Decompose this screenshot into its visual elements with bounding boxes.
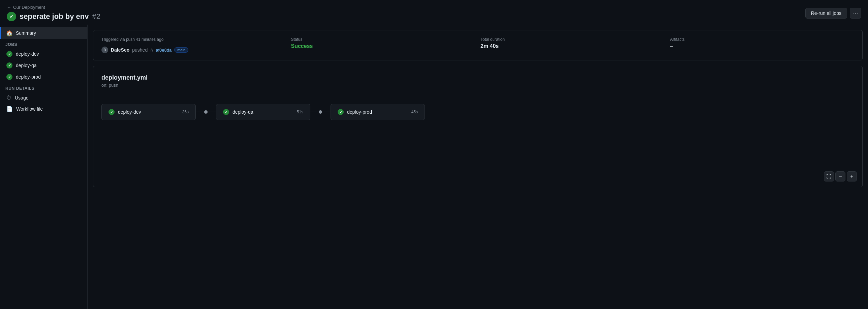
artifacts-label: Artifacts [670,37,855,42]
deploy-dev-status-icon [6,51,12,57]
trigger-text: Triggered via push 41 minutes ago [101,37,286,42]
sidebar-item-deploy-prod[interactable]: deploy-prod [0,71,87,83]
deploy-qa-node-icon [223,109,229,115]
jobs-section-label: Jobs [0,39,87,48]
usage-icon: ⏱ [6,95,11,101]
run-number: #2 [92,12,100,21]
zoom-in-button[interactable]: + [847,171,857,181]
run-info-panel: Triggered via push 41 minutes ago D Dale… [93,30,863,60]
sidebar-item-workflow-file[interactable]: 📄 Workflow file [0,103,87,115]
deploy-qa-status-icon [6,62,12,68]
fullscreen-button[interactable] [824,171,834,181]
deploy-dev-label: deploy-dev [16,51,39,57]
workflow-graph: deploy-dev 36s deploy-qa [101,99,854,125]
back-label: Our Deployment [13,5,45,10]
deploy-prod-duration: 45s [411,110,418,114]
sidebar: 🏠 Summary Jobs deploy-dev deploy-qa depl… [0,25,88,309]
job-node-deploy-qa[interactable]: deploy-qa 51s [216,104,310,120]
run-status-icon [7,12,16,21]
duration-label: Total duration [480,37,665,42]
deploy-prod-node-icon [338,109,344,115]
duration-meta: Total duration 2m 40s [480,37,665,49]
deploy-qa-node-label: deploy-qa [232,109,253,115]
status-value: Success [291,43,475,49]
deploy-qa-label: deploy-qa [16,63,37,68]
duration-value: 2m 40s [480,43,665,49]
job-node-deploy-prod[interactable]: deploy-prod 45s [331,104,425,120]
deploy-qa-duration: 51s [297,110,303,114]
sidebar-item-deploy-dev[interactable]: deploy-dev [0,48,87,60]
user-avatar: D [101,47,108,53]
connector-2 [310,110,331,114]
sidebar-item-deploy-qa[interactable]: deploy-qa [0,60,87,71]
workflow-file-label: Workflow file [16,106,43,112]
workflow-trigger: on: push [101,83,854,88]
zoom-controls: − + [824,171,857,181]
action-text: pushed [132,47,148,53]
git-icon: ⑃ [150,47,153,53]
status-meta: Status Success [291,37,475,49]
back-link[interactable]: ← Our Deployment [7,5,100,10]
sidebar-item-summary[interactable]: 🏠 Summary [0,27,87,39]
more-options-button[interactable]: ··· [850,8,861,19]
run-details-section-label: Run details [0,83,87,92]
artifacts-meta: Artifacts – [670,37,855,49]
status-label: Status [291,37,475,42]
deploy-dev-node-label: deploy-dev [118,109,141,115]
home-icon: 🏠 [6,30,12,36]
artifacts-value: – [670,43,855,49]
usage-label: Usage [15,95,28,101]
deploy-dev-node-icon [108,109,115,115]
page-title-text: seperate job by env [20,12,89,21]
user-name: DaleSeo [111,47,129,53]
deploy-prod-label: deploy-prod [16,74,41,80]
connector-1 [196,110,216,114]
commit-hash[interactable]: af0e8da [156,48,172,53]
deploy-prod-node-label: deploy-prod [347,109,372,115]
summary-label: Summary [16,30,36,36]
branch-badge[interactable]: main [174,47,188,53]
back-arrow-icon: ← [7,5,11,10]
deploy-dev-duration: 36s [182,110,189,114]
deploy-prod-status-icon [6,74,12,80]
main-content: Triggered via push 41 minutes ago D Dale… [88,25,868,309]
workflow-filename: deployment.yml [101,74,854,81]
workflow-panel: deployment.yml on: push deploy-dev 36s [93,66,863,187]
job-node-deploy-dev[interactable]: deploy-dev 36s [101,104,196,120]
sidebar-item-usage[interactable]: ⏱ Usage [0,92,87,103]
workflow-file-icon: 📄 [6,106,13,112]
zoom-out-button[interactable]: − [835,171,845,181]
rerun-all-jobs-button[interactable]: Re-run all jobs [805,8,847,19]
